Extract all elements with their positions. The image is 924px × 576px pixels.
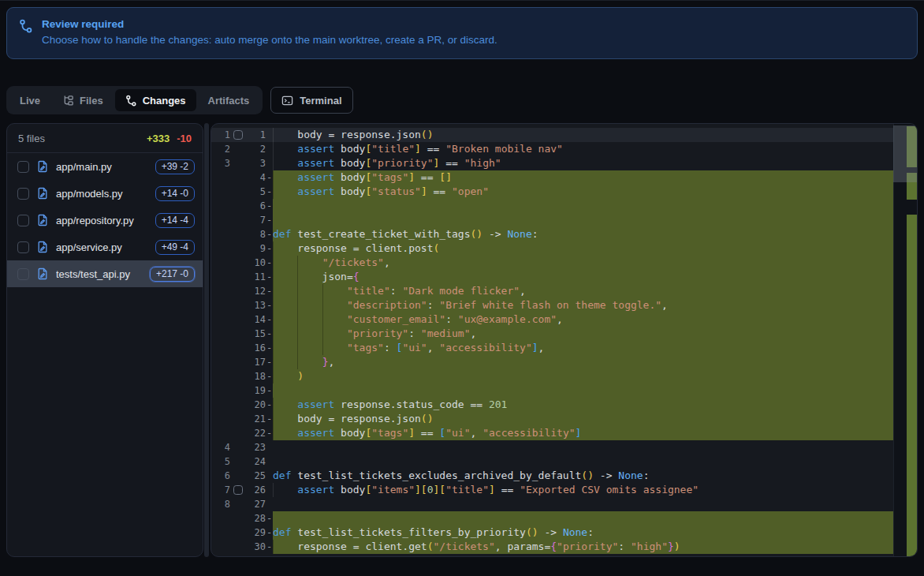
code-token: assert xyxy=(297,427,334,439)
code-token: : xyxy=(532,228,538,240)
code-token: "ui" xyxy=(445,427,470,439)
indent-guide xyxy=(322,327,323,341)
indent-guide xyxy=(322,298,323,312)
code-token: } xyxy=(668,540,674,552)
indent-guide xyxy=(297,355,298,369)
code-token: ] xyxy=(489,484,495,496)
code-token: ][ xyxy=(434,484,446,496)
line-checkbox-slot xyxy=(230,327,245,341)
code-token: "accessibility" xyxy=(439,342,531,353)
code-token: "title" xyxy=(347,285,390,297)
old-line-number xyxy=(211,327,230,341)
file-row[interactable]: app/models.py+14 -0 xyxy=(7,180,203,207)
code-token: response = client.post xyxy=(273,242,434,254)
code-token: "priority" xyxy=(371,157,433,169)
line-checkbox[interactable] xyxy=(233,485,243,495)
file-checkbox[interactable] xyxy=(17,215,29,226)
diff-line: 22 assert body["title"] == "Broken mobil… xyxy=(211,142,893,156)
change-marker: - xyxy=(266,185,273,199)
file-checkbox[interactable] xyxy=(17,241,29,253)
code-token xyxy=(273,143,297,155)
diff-line: 20- assert response.status_code == 201 xyxy=(211,398,893,412)
tab-files[interactable]: Files xyxy=(52,89,114,111)
indent-guide xyxy=(297,312,298,327)
tab-changes[interactable]: Changes xyxy=(115,89,196,111)
code-token: , xyxy=(538,342,545,353)
line-checkbox-slot xyxy=(230,426,245,440)
code-token xyxy=(273,370,297,382)
new-line-number: 24 xyxy=(245,454,266,469)
indent-guide xyxy=(297,270,298,284)
old-line-number: 3 xyxy=(211,156,230,170)
tab-live[interactable]: Live xyxy=(9,89,50,111)
file-name: app/models.py xyxy=(56,188,148,200)
code-token: : xyxy=(390,285,403,297)
old-line-number xyxy=(211,170,230,185)
new-line-number: 2 xyxy=(245,142,266,156)
line-checkbox-slot xyxy=(230,540,245,554)
file-checkbox[interactable] xyxy=(17,268,29,280)
line-checkbox-slot xyxy=(230,270,245,284)
diff-line: 18- ) xyxy=(211,369,893,383)
line-checkbox-slot xyxy=(230,511,245,526)
change-marker: - xyxy=(266,256,273,270)
code-token: == xyxy=(421,143,445,155)
line-checkbox-slot xyxy=(230,170,245,185)
old-line-number xyxy=(211,355,230,369)
terminal-label: Terminal xyxy=(300,95,341,107)
line-checkbox[interactable] xyxy=(233,130,243,140)
diff-panel: 11 body = response.json()22 assert body[… xyxy=(211,123,918,557)
change-marker: - xyxy=(266,355,273,369)
code-content: "/tickets", xyxy=(273,256,893,270)
file-row[interactable]: app/service.py+49 -4 xyxy=(7,234,203,260)
new-line-number: 26 xyxy=(245,483,266,497)
diff-line: 15- "priority": "medium", xyxy=(211,327,893,341)
diff-line: 5- assert body["status"] == "open" xyxy=(211,185,893,199)
branch-icon xyxy=(125,95,137,107)
code-token xyxy=(273,342,347,353)
diff-line: 625def test_list_tickets_excludes_archiv… xyxy=(211,469,893,483)
additions-total: +333 xyxy=(147,133,170,144)
code-content: "customer_email": "ux@example.com", xyxy=(273,312,893,327)
diff-stat-badge: +14 -4 xyxy=(155,213,195,228)
tab-artifacts[interactable]: Artifacts xyxy=(198,89,260,111)
code-token: == xyxy=(495,484,520,496)
scrollbar-thumb[interactable] xyxy=(893,125,917,182)
change-marker: - xyxy=(266,540,273,554)
terminal-button[interactable]: Terminal xyxy=(270,87,352,114)
change-marker: - xyxy=(266,284,273,298)
new-line-number: 16 xyxy=(245,341,266,355)
scrollbar-track[interactable] xyxy=(893,124,917,556)
diff-line: 11- json={ xyxy=(211,270,893,284)
file-name: app/main.py xyxy=(56,161,148,173)
files-count: 5 files xyxy=(18,133,147,144)
file-row[interactable]: app/main.py+39 -2 xyxy=(7,153,203,180)
diff-line: 8-def test_create_ticket_with_tags() -> … xyxy=(211,227,893,241)
file-checkbox[interactable] xyxy=(17,161,29,173)
line-checkbox-slot xyxy=(230,526,245,540)
file-row[interactable]: tests/test_api.py+217 -0 xyxy=(7,260,203,287)
code-token: ] xyxy=(576,427,582,439)
file-row[interactable]: app/repository.py+14 -4 xyxy=(7,207,203,234)
code-token: None xyxy=(507,228,531,240)
code-token: "tags" xyxy=(371,427,408,439)
code-token: , xyxy=(427,342,440,353)
code-content: }, xyxy=(273,355,893,369)
file-checkbox[interactable] xyxy=(17,188,29,200)
code-token: "Dark mode flicker" xyxy=(402,285,520,297)
code-token: -> xyxy=(594,469,618,481)
indent-guide xyxy=(273,341,274,355)
code-content xyxy=(273,440,893,454)
new-line-number: 17 xyxy=(245,355,266,369)
code-token: -> xyxy=(482,228,507,240)
code-token: "open" xyxy=(452,185,489,197)
indent-guide xyxy=(273,128,274,142)
old-line-number xyxy=(211,426,230,440)
diff-line: 28- xyxy=(211,511,893,526)
file-name: app/service.py xyxy=(56,241,148,253)
code-token: "tags" xyxy=(371,171,408,183)
new-line-number: 6 xyxy=(245,199,266,213)
panel-resize-handle[interactable] xyxy=(204,123,209,557)
code-content: "description": "Brief white flash on the… xyxy=(273,298,893,312)
review-required-banner: Review required Choose how to handle the… xyxy=(6,7,918,59)
